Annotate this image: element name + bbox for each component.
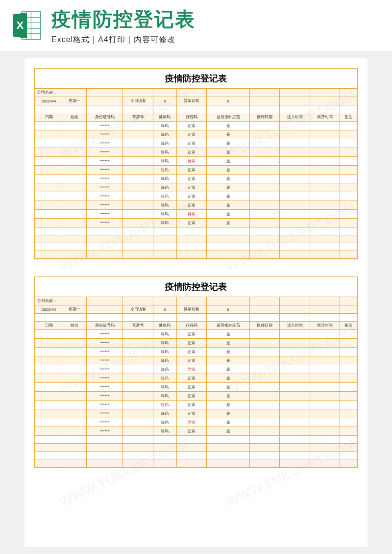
empty-cell	[176, 436, 206, 444]
data-cell: 是	[207, 157, 250, 166]
data-cell	[340, 201, 357, 210]
data-cell	[63, 339, 86, 348]
data-cell: 绿码	[153, 356, 176, 365]
data-cell: 是	[207, 175, 250, 183]
data-cell: 正常	[176, 130, 206, 139]
data-cell: 正常	[176, 219, 206, 227]
data-cell	[340, 192, 357, 201]
data-cell	[123, 374, 153, 383]
empty-cell	[123, 251, 153, 259]
spacer-cell	[176, 105, 206, 113]
column-header: 日期	[35, 113, 63, 122]
spacer-cell	[207, 105, 250, 113]
empty-cell	[310, 89, 340, 97]
data-cell: 红码	[153, 192, 176, 201]
empty-cell	[153, 452, 176, 459]
data-cell: 绿码	[153, 427, 176, 436]
spacer-cell	[280, 105, 310, 113]
data-cell: ******	[86, 348, 123, 356]
data-cell	[63, 210, 86, 219]
empty-cell	[86, 459, 123, 467]
spacer-cell	[123, 105, 153, 113]
data-cell: 绿码	[153, 409, 176, 418]
data-cell	[310, 409, 340, 418]
page-header: X 疫情防控登记表 Excel格式｜A4打印｜内容可修改	[0, 0, 392, 51]
data-cell	[35, 427, 63, 436]
empty-cell	[310, 444, 340, 452]
empty-cell	[176, 297, 206, 305]
table-row	[35, 251, 357, 259]
empty-cell	[153, 436, 176, 444]
empty-cell	[340, 227, 357, 235]
data-cell	[340, 210, 357, 219]
data-cell: ******	[86, 365, 123, 374]
data-cell	[250, 183, 280, 192]
data-cell	[35, 330, 63, 339]
empty-cell	[250, 235, 280, 243]
today-visitors-label: 今日访客	[123, 305, 153, 314]
data-cell: ******	[86, 383, 123, 392]
data-cell	[340, 166, 357, 175]
data-cell	[250, 365, 280, 374]
data-cell: 是	[207, 392, 250, 401]
column-header: 身份证号码	[86, 322, 123, 330]
main-title: 疫情防控登记表	[51, 6, 382, 33]
column-header: 进入时间	[280, 322, 310, 330]
data-cell: 正常	[176, 166, 206, 175]
empty-cell	[340, 235, 357, 243]
data-cell: 是	[207, 201, 250, 210]
data-cell	[250, 348, 280, 356]
weekday-cell: 星期一	[63, 97, 86, 105]
data-cell	[280, 409, 310, 418]
data-cell	[310, 139, 340, 148]
table-row	[35, 243, 357, 251]
data-cell: 正常	[176, 356, 206, 365]
empty-cell	[123, 243, 153, 251]
empty-cell	[86, 297, 123, 305]
empty-cell	[207, 452, 250, 459]
empty-cell	[176, 89, 206, 97]
data-cell	[310, 210, 340, 219]
empty-cell	[280, 305, 310, 314]
data-cell	[250, 122, 280, 130]
data-cell	[280, 183, 310, 192]
data-cell	[35, 348, 63, 356]
data-cell	[340, 418, 357, 427]
data-cell	[280, 192, 310, 201]
data-cell: 是	[207, 130, 250, 139]
empty-cell	[35, 436, 63, 444]
data-cell: 是	[207, 356, 250, 365]
empty-cell	[280, 452, 310, 459]
spacer-cell	[340, 105, 357, 113]
column-header: 备注	[340, 322, 357, 330]
data-cell	[310, 201, 340, 210]
spacer-cell	[35, 105, 63, 113]
spacer-cell	[86, 105, 123, 113]
empty-cell	[207, 227, 250, 235]
data-cell: 是	[207, 418, 250, 427]
column-header: 进入时间	[280, 113, 310, 122]
data-cell	[310, 183, 340, 192]
company-label: 公司名称：	[35, 297, 87, 305]
data-cell	[250, 427, 280, 436]
data-cell	[250, 148, 280, 157]
data-cell	[63, 157, 86, 166]
spacer-cell	[86, 314, 123, 322]
data-cell	[310, 157, 340, 166]
data-cell	[123, 210, 153, 219]
data-cell: 绿码	[153, 130, 176, 139]
data-cell: ******	[86, 418, 123, 427]
data-cell	[340, 401, 357, 409]
table-row: ******绿码正常是	[35, 330, 357, 339]
empty-cell	[340, 297, 357, 305]
data-cell	[35, 365, 63, 374]
empty-cell	[340, 305, 357, 314]
empty-cell	[250, 97, 280, 105]
data-cell	[250, 130, 280, 139]
data-cell: 绿码	[153, 383, 176, 392]
empty-cell	[310, 235, 340, 243]
column-header: 姓名	[63, 322, 86, 330]
empty-cell	[280, 436, 310, 444]
sub-title: Excel格式｜A4打印｜内容可修改	[51, 35, 382, 45]
empty-cell	[176, 235, 206, 243]
